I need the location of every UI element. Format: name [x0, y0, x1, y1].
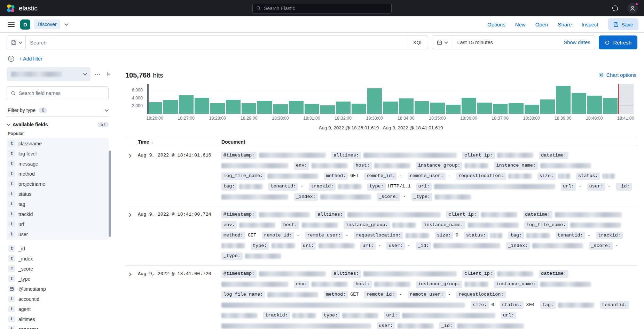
doc-field-value-redacted: [481, 212, 517, 217]
search-icon: [11, 91, 16, 96]
field-item-agent[interactable]: tagent: [7, 304, 109, 314]
y-axis-tick-label: 2,000: [125, 103, 143, 108]
elastic-brand[interactable]: elastic: [6, 4, 38, 13]
breadcrumb-discover[interactable]: Discover: [34, 19, 60, 29]
histogram-bar: [195, 98, 209, 114]
doc-field-label: type:: [251, 242, 269, 250]
kql-query-input[interactable]: [26, 40, 408, 46]
field-item-accountid[interactable]: taccountid: [7, 294, 109, 304]
doc-field-label: tenantid:: [556, 232, 585, 239]
text-field-icon: t: [8, 201, 15, 207]
text-field-icon: t: [8, 316, 15, 322]
number-field-icon: #: [8, 265, 15, 272]
doc-field-value-redacted: [558, 174, 571, 179]
text-field-icon: t: [8, 255, 15, 262]
x-axis-tick-label: 18:32:00: [335, 116, 352, 121]
sidebar-scrollbar-thumb[interactable]: [109, 151, 111, 237]
more-options-icon[interactable]: ⋯: [93, 70, 102, 79]
x-axis-tick-label: 18:26:00: [146, 116, 163, 121]
available-fields-accordion[interactable]: Available fields 57: [7, 120, 109, 129]
histogram-plot[interactable]: 2,0004,0006,000: [147, 84, 634, 114]
time-column-header[interactable]: Time↓: [138, 139, 221, 145]
filter-by-type-select[interactable]: Filter by type 0: [7, 104, 109, 117]
menu-icon[interactable]: [8, 22, 15, 27]
doc-field-value: -: [345, 233, 348, 239]
field-item-user[interactable]: tuser: [7, 229, 109, 239]
histogram-bar: [210, 103, 225, 114]
field-item-tag[interactable]: ttag: [7, 199, 109, 209]
field-name: classname: [18, 141, 42, 146]
text-field-icon: t: [8, 150, 15, 157]
global-search-input[interactable]: [264, 6, 388, 11]
saved-query-menu-button[interactable]: [7, 36, 26, 49]
user-avatar[interactable]: [627, 3, 638, 14]
doc-field-value-redacted: [497, 271, 533, 276]
field-item-_type[interactable]: t_type: [7, 274, 109, 284]
field-item-classname[interactable]: tclassname: [7, 138, 109, 149]
field-item-uri[interactable]: turi: [7, 219, 109, 229]
field-item-projectname[interactable]: tprojectname: [7, 179, 109, 189]
doc-field-value-redacted: [363, 153, 457, 158]
histogram-bar: [587, 96, 602, 114]
refresh-button[interactable]: Refresh: [599, 35, 637, 49]
field-search-input[interactable]: [19, 90, 104, 96]
doc-field-label: instance_name:: [494, 281, 537, 288]
doc-field-value-redacted: [221, 243, 245, 248]
inspect-link[interactable]: Inspect: [581, 22, 598, 27]
date-picker-menu-button[interactable]: [432, 36, 452, 49]
breadcrumb-chevron-icon[interactable]: [64, 22, 68, 26]
field-item-_index[interactable]: t_index: [7, 254, 109, 264]
share-link[interactable]: Share: [558, 22, 572, 27]
doc-field-label: log_file_name:: [221, 172, 265, 180]
field-item-appname[interactable]: tappname: [7, 324, 109, 329]
elastic-logo-icon: [6, 4, 15, 13]
doc-field-label: url:: [360, 242, 376, 250]
expand-document-button[interactable]: [125, 270, 134, 279]
doc-field-value: -: [300, 184, 303, 190]
field-name: projectname: [18, 181, 45, 187]
date-field-icon: [8, 286, 15, 292]
expand-document-button[interactable]: [125, 152, 134, 160]
open-link[interactable]: Open: [535, 22, 548, 27]
add-filter-button[interactable]: + Add filter: [19, 56, 42, 62]
histogram-chart: 2,0004,0006,000 18:26:0018:27:0018:28:00…: [125, 84, 636, 130]
index-pattern-selector[interactable]: [7, 67, 91, 81]
filter-menu-icon[interactable]: [7, 55, 15, 63]
chart-options-button[interactable]: Chart options: [599, 72, 636, 78]
doc-field-value-redacted: [239, 184, 263, 189]
doc-field-label: trackid:: [263, 312, 290, 319]
save-button[interactable]: Save: [608, 18, 638, 30]
collapse-sidebar-icon[interactable]: [104, 70, 113, 79]
doc-field-value-redacted: [319, 243, 355, 248]
field-item-alltimes[interactable]: talltimes: [7, 314, 109, 324]
field-item-@timestamp[interactable]: @timestamp: [7, 284, 109, 294]
expand-document-button[interactable]: [125, 211, 134, 219]
new-link[interactable]: New: [515, 22, 526, 27]
show-dates-button[interactable]: Show dates: [559, 40, 595, 45]
doc-field-label: tag:: [540, 301, 556, 309]
doc-field-value-redacted: [221, 313, 258, 318]
field-item-_score[interactable]: #_score: [7, 264, 109, 274]
global-search[interactable]: [252, 3, 392, 14]
time-range-value[interactable]: Last 15 minutes: [452, 40, 497, 45]
doc-field-value-redacted: [508, 174, 532, 179]
hits-count: 105,768: [125, 71, 150, 79]
histogram-bars: [147, 84, 634, 114]
field-item-message[interactable]: tmessage: [7, 159, 109, 169]
field-item-status[interactable]: tstatus: [7, 189, 109, 199]
field-name: _index: [18, 256, 33, 262]
field-search[interactable]: [7, 86, 109, 100]
doc-field-value: -: [448, 292, 451, 298]
doc-field-label: alltimes:: [315, 211, 345, 218]
field-item-method[interactable]: tmethod: [7, 169, 109, 179]
field-item-log-level[interactable]: tlog-level: [7, 149, 109, 159]
x-axis-tick-label: 18:38:00: [523, 116, 540, 121]
field-item-trackid[interactable]: ttrackid: [7, 209, 109, 219]
field-item-_id[interactable]: t_id: [7, 243, 109, 254]
options-link[interactable]: Options: [487, 22, 505, 27]
doc-field-value-redacted: [465, 163, 488, 168]
help-ring-icon[interactable]: [610, 3, 620, 14]
doc-field-label: requestlocation:: [456, 291, 506, 299]
field-name: user: [18, 232, 28, 237]
kql-language-button[interactable]: KQL: [408, 36, 428, 49]
